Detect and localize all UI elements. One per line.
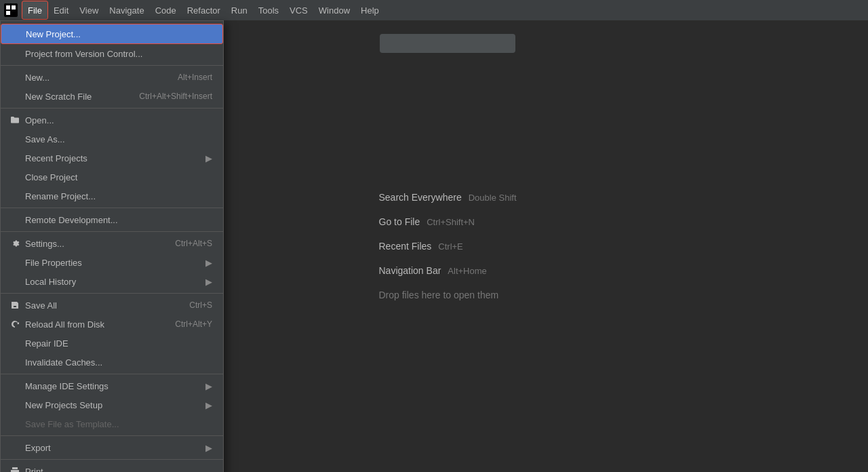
folder-open-icon (9, 114, 21, 126)
recent-projects-arrow: ▶ (205, 153, 212, 163)
close-project-icon (9, 171, 21, 183)
menu-item-new[interactable]: New... Alt+Insert (1, 68, 223, 87)
drop-files-text: Drop files here to open them (379, 290, 499, 300)
new-projects-setup-arrow: ▶ (205, 400, 212, 410)
menu-item-settings[interactable]: Settings... Ctrl+Alt+S (1, 234, 223, 253)
divider-2 (1, 108, 223, 109)
menu-item-new-project[interactable]: New Project... (1, 24, 223, 44)
menu-item-recent-projects[interactable]: Recent Projects ▶ (1, 149, 223, 168)
save-all-icon (9, 299, 21, 311)
invalidate-icon (9, 356, 21, 368)
divider-8 (1, 459, 223, 460)
template-icon (9, 418, 21, 430)
shortcut-group: Search Everywhere Double Shift Go to Fil… (379, 192, 517, 300)
shortcut-nav-bar: Navigation Bar Alt+Home (379, 265, 487, 276)
menu-item-export[interactable]: Export ▶ (1, 438, 223, 457)
menu-item-print[interactable]: Print... (1, 462, 223, 472)
gear-icon (9, 237, 21, 250)
shortcut-search-everywhere: Search Everywhere Double Shift (379, 192, 517, 203)
app-logo (3, 2, 19, 18)
menu-file[interactable]: File (22, 1, 48, 20)
menubar: File Edit View Navigate Code Refactor Ru… (0, 0, 868, 20)
menu-tools[interactable]: Tools (253, 1, 284, 20)
divider-7 (1, 435, 223, 436)
menu-item-repair-ide[interactable]: Repair IDE (1, 334, 223, 353)
menu-item-reload-all[interactable]: Reload All from Disk Ctrl+Alt+Y (1, 315, 223, 334)
menu-item-new-projects-setup[interactable]: New Projects Setup ▶ (1, 395, 223, 414)
menu-refactor[interactable]: Refactor (182, 1, 226, 20)
menu-run[interactable]: Run (226, 1, 253, 20)
shortcut-goto-file: Go to File Ctrl+Shift+N (379, 216, 475, 227)
divider-3 (1, 208, 223, 208)
local-history-arrow: ▶ (205, 277, 212, 287)
svg-rect-1 (6, 5, 10, 9)
menu-item-close-project[interactable]: Close Project (1, 168, 223, 186)
menu-navigate[interactable]: Navigate (104, 1, 149, 20)
file-dropdown-menu: New Project... Project from Version Cont… (0, 20, 224, 472)
menu-window[interactable]: Window (313, 1, 355, 20)
rename-icon (9, 190, 21, 202)
history-icon (9, 275, 21, 288)
reload-icon (9, 318, 21, 330)
menu-item-file-properties[interactable]: File Properties ▶ (1, 253, 223, 272)
menu-item-save-file-template[interactable]: Save File as Template... (1, 414, 223, 433)
manage-settings-icon (9, 380, 21, 392)
file-props-arrow: ▶ (205, 258, 212, 268)
menu-item-invalidate-caches[interactable]: Invalidate Caches... (1, 353, 223, 372)
remote-icon (9, 214, 21, 226)
file-props-icon (9, 256, 21, 269)
menu-item-save-as[interactable]: Save As... (1, 130, 223, 149)
repair-icon (9, 337, 21, 349)
menu-vcs[interactable]: VCS (284, 1, 313, 20)
divider-5 (1, 293, 223, 294)
divider-1 (1, 65, 223, 66)
new-icon (9, 71, 21, 83)
file-dropdown-overlay: New Project... Project from Version Cont… (0, 20, 224, 472)
recent-projects-icon (9, 152, 21, 164)
menu-item-manage-ide-settings[interactable]: Manage IDE Settings ▶ (1, 376, 223, 395)
menu-edit[interactable]: Edit (48, 1, 74, 20)
menu-item-remote-development[interactable]: Remote Development... (1, 210, 223, 229)
menu-item-project-from-vcs[interactable]: Project from Version Control... (1, 44, 223, 63)
menu-code[interactable]: Code (150, 1, 182, 20)
export-arrow: ▶ (205, 443, 212, 453)
manage-settings-arrow: ▶ (205, 381, 212, 391)
new-project-icon (9, 28, 22, 40)
scratch-icon (9, 90, 21, 102)
new-projects-setup-icon (9, 399, 21, 411)
shortcut-recent-files: Recent Files Ctrl+E (379, 241, 463, 252)
divider-4 (1, 231, 223, 232)
menu-item-new-scratch[interactable]: New Scratch File Ctrl+Alt+Shift+Insert (1, 87, 223, 106)
main-search-bar (380, 34, 515, 53)
menu-item-open[interactable]: Open... (1, 111, 223, 130)
print-icon (9, 465, 21, 472)
vcs-icon (9, 47, 21, 60)
divider-6 (1, 374, 223, 374)
save-as-icon (9, 133, 21, 145)
svg-rect-2 (12, 5, 16, 9)
menu-item-local-history[interactable]: Local History ▶ (1, 272, 223, 291)
export-icon (9, 441, 21, 454)
menu-help[interactable]: Help (355, 1, 384, 20)
svg-rect-3 (6, 11, 10, 15)
menu-item-save-all[interactable]: Save All Ctrl+S (1, 296, 223, 315)
menu-item-rename-project[interactable]: Rename Project... (1, 186, 223, 205)
menu-view[interactable]: View (74, 1, 104, 20)
